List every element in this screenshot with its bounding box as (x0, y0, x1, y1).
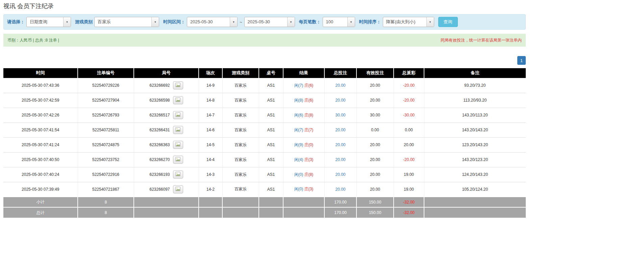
cell-table: AS1 (259, 78, 283, 93)
empty-cell (259, 197, 283, 207)
cell-total-bet: 20.00 (324, 152, 356, 167)
subtotal-valid-bet: 150.00 (356, 197, 394, 207)
round-video-button[interactable] (173, 141, 183, 149)
cell-result: 闲(6) 庄(8) (283, 108, 324, 123)
date-to-select[interactable]: 2025-05-30 ▾ (244, 17, 295, 27)
date-from-select[interactable]: 2025-05-30 ▾ (187, 17, 238, 27)
empty-cell (134, 197, 199, 207)
summary-text: 币别：人民币 | 总共 :8 注单 | (7, 37, 59, 43)
cell-table: AS1 (259, 108, 283, 123)
cell-payout: 19.00 (394, 167, 424, 182)
cell-session: 14-4 (199, 152, 222, 167)
subtotal-row: 小计 8 170.00 150.00 -32.00 (3, 197, 526, 207)
cell-valid-bet: 0.00 (356, 123, 394, 137)
round-id: 623266270 (149, 157, 170, 162)
round-video-button[interactable] (173, 170, 183, 179)
total-bet-link[interactable]: 20.00 (335, 187, 345, 192)
cell-note: 124.20/143.20 (424, 167, 526, 182)
cell-game: 百家乐 (222, 108, 259, 123)
query-button[interactable]: 查询 (438, 17, 458, 27)
table-row: 2025-05-30 07:41:54522540725811623266431… (3, 123, 526, 137)
chevron-down-icon: ▾ (151, 17, 159, 27)
table-row: 2025-05-30 07:40:24522540722916623266193… (3, 167, 526, 182)
total-bet-link[interactable]: 20.00 (335, 98, 345, 103)
total-bet-link[interactable]: 20.00 (335, 157, 345, 162)
round-id: 623266193 (149, 172, 170, 177)
cell-game: 百家乐 (222, 152, 259, 167)
cell-time: 2025-05-30 07:40:24 (3, 167, 78, 182)
column-header: 局号 (134, 68, 199, 78)
round-video-button[interactable] (173, 81, 183, 89)
sort-select[interactable]: 降冪(由大到小) ▾ (383, 17, 434, 27)
chevron-down-icon: ▾ (426, 17, 434, 27)
game-type-select[interactable]: 百家乐 ▾ (94, 17, 159, 27)
total-total-bet: 170.00 (324, 207, 356, 218)
query-type-select[interactable]: 日期查询 ▾ (26, 17, 71, 27)
table-row: 2025-05-30 07:40:50522540723752623266270… (3, 152, 526, 167)
game-type-value: 百家乐 (95, 17, 151, 27)
page-size-select[interactable]: 100 ▾ (323, 17, 355, 27)
cell-session: 14-2 (199, 182, 222, 197)
image-icon (175, 187, 180, 192)
round-id: 623266363 (149, 142, 170, 147)
filter-bar: 请选择： 日期查询 ▾ 游戏类别 百家乐 ▾ 时间区间： 2025-05-30 … (3, 14, 526, 30)
cell-table: AS1 (259, 182, 283, 197)
total-bet-link[interactable]: 20.00 (335, 172, 345, 177)
round-video-button[interactable] (173, 156, 183, 164)
cell-round: 623266270 (134, 152, 199, 167)
column-header: 场次 (199, 68, 222, 78)
cell-time: 2025-05-30 07:41:54 (3, 123, 78, 137)
chevron-down-icon: ▾ (230, 17, 237, 27)
cell-round: 623266692 (134, 78, 199, 93)
round-video-button[interactable] (173, 111, 183, 119)
result-banker: 庄(8) (304, 113, 314, 117)
cell-time: 2025-05-30 07:41:24 (3, 137, 78, 152)
info-bar: 币别：人民币 | 总共 :8 注单 | 同局有效投注，统一计算在该局第一张注单内 (3, 34, 526, 47)
cell-result: 闲(7) 庄(7) (283, 123, 324, 137)
round-video-button[interactable] (173, 96, 183, 104)
total-bet-link[interactable]: 20.00 (335, 142, 345, 147)
total-bet-link[interactable]: 20.00 (335, 83, 345, 88)
cell-round: 623266363 (134, 137, 199, 152)
empty-cell (283, 207, 324, 218)
chevron-down-icon: ▾ (287, 17, 295, 27)
cell-game: 百家乐 (222, 93, 259, 108)
cell-note: 113.20/93.20 (424, 93, 526, 108)
column-header: 总投注 (324, 68, 356, 78)
cell-time: 2025-05-30 07:43:36 (3, 78, 78, 93)
cell-game: 百家乐 (222, 123, 259, 137)
date-to-value: 2025-05-30 (245, 17, 287, 27)
query-type-label: 请选择： (7, 19, 25, 25)
cell-round: 623266598 (134, 93, 199, 108)
cell-bet-id: 522540722916 (78, 167, 134, 182)
round-video-button[interactable] (173, 126, 183, 134)
column-header: 备注 (424, 68, 526, 78)
sort-label: 时间排序： (359, 19, 381, 25)
subtotal-count: 8 (78, 197, 134, 207)
result-player: 闲(7) (294, 83, 303, 88)
empty-cell (283, 197, 324, 207)
empty-cell (259, 207, 283, 218)
cell-valid-bet: 30.00 (356, 108, 394, 123)
cell-time: 2025-05-30 07:39:49 (3, 182, 78, 197)
page-button-1[interactable]: 1 (517, 56, 526, 65)
game-type-label: 游戏类别 (75, 19, 93, 25)
cell-note: 143.20/123.20 (424, 152, 526, 167)
image-icon (175, 112, 180, 118)
result-player: 闲(0) (294, 187, 303, 191)
image-icon (175, 172, 180, 177)
cell-game: 百家乐 (222, 137, 259, 152)
column-header: 桌号 (259, 68, 283, 78)
cell-result: 闲(9) 庄(0) (283, 137, 324, 152)
sort-value: 降冪(由大到小) (383, 17, 426, 27)
cell-game: 百家乐 (222, 78, 259, 93)
total-bet-link[interactable]: 30.00 (335, 113, 345, 117)
total-bet-link[interactable]: 20.00 (335, 128, 345, 132)
round-video-button[interactable] (173, 185, 183, 193)
column-header: 游戏类别 (222, 68, 259, 78)
cell-bet-id: 522540727904 (78, 93, 134, 108)
cell-payout: -20.00 (394, 78, 424, 93)
page: 视讯 会员下注纪录 请选择： 日期查询 ▾ 游戏类别 百家乐 ▾ 时间区间： 2… (0, 0, 529, 228)
table-row: 2025-05-30 07:42:59522540727904623266598… (3, 93, 526, 108)
result-banker: 庄(7) (304, 128, 314, 132)
